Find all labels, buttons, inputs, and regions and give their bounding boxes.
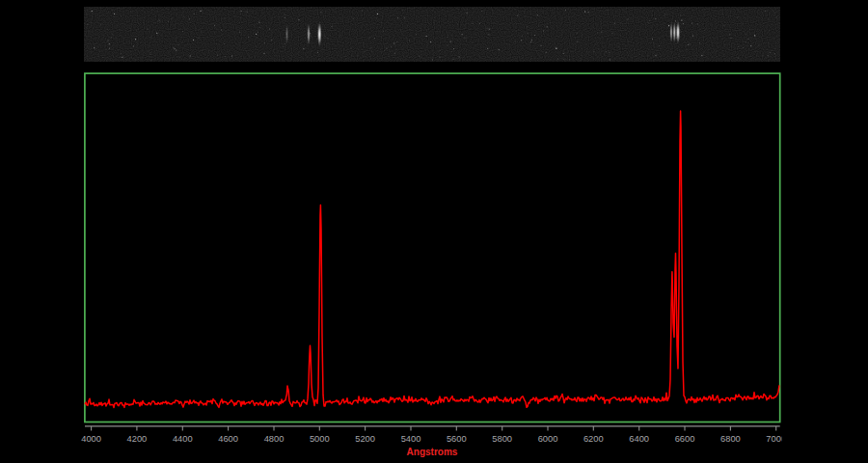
svg-text:4600: 4600: [218, 434, 238, 444]
svg-text:4400: 4400: [173, 434, 193, 444]
svg-text:5200: 5200: [355, 434, 375, 444]
svg-text:6600: 6600: [675, 434, 695, 444]
svg-text:6200: 6200: [583, 434, 604, 444]
svg-text:5400: 5400: [401, 434, 421, 444]
svg-text:Angstroms: Angstroms: [407, 447, 458, 457]
svg-text:5000: 5000: [310, 434, 330, 444]
svg-text:6800: 6800: [720, 434, 741, 444]
svg-text:6400: 6400: [629, 434, 649, 444]
svg-text:5600: 5600: [447, 434, 467, 444]
svg-text:7000: 7000: [766, 434, 786, 444]
svg-text:4000: 4000: [81, 434, 101, 444]
svg-text:6000: 6000: [538, 434, 558, 444]
svg-text:4800: 4800: [264, 434, 285, 444]
svg-text:5800: 5800: [492, 434, 512, 444]
svg-text:4200: 4200: [127, 434, 148, 444]
